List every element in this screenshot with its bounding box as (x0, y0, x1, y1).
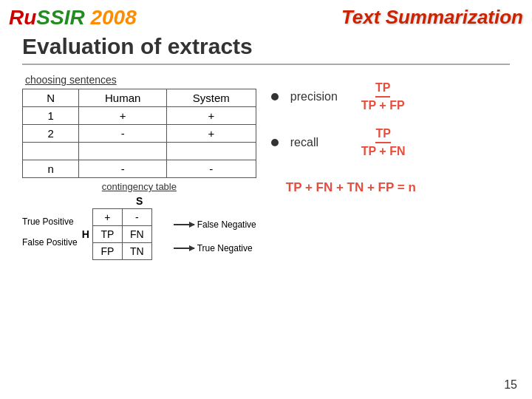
divider (22, 64, 510, 65)
col-human: Human (79, 89, 166, 107)
col-n: N (23, 89, 79, 107)
sub-col-plus: + (92, 209, 122, 226)
precision-label: precision (290, 90, 349, 103)
row2-human: - (79, 125, 166, 143)
row1-system: + (166, 107, 256, 125)
rown-human: - (79, 160, 166, 178)
row2-system: + (166, 125, 256, 143)
precision-denominator: TP + FP (361, 98, 405, 112)
precision-bullet (271, 93, 279, 100)
false-negative-label: False Negative (197, 219, 256, 230)
precision-formula: TP TP + FP (361, 81, 405, 112)
true-positive-label: True Positive (22, 211, 78, 232)
recall-denominator: TP + FN (361, 143, 406, 158)
recall-label: recall (290, 136, 349, 149)
contingency-label: contingency table (22, 181, 256, 192)
cell-fn: FN (122, 226, 151, 243)
s-label: S (110, 195, 169, 207)
cell-fp: FP (92, 243, 122, 260)
recall-formula: TP TP + FN (361, 127, 406, 158)
recall-bullet (271, 139, 279, 146)
rown-system: - (166, 160, 256, 178)
left-panel: choosing sentences N Human System 1 + + … (22, 74, 256, 260)
true-negative-row: True Negative (174, 238, 256, 259)
logo-ssir: SSIR (36, 6, 84, 29)
rowempty-human (79, 143, 166, 160)
logo-russir: RuSSIR 2008 (9, 6, 137, 30)
sub-table-wrapper: S H + - TP (82, 195, 169, 260)
h-table-row: H + - TP FN (82, 208, 169, 260)
false-positive-label: False Positive (22, 232, 78, 253)
recall-numerator: TP (375, 127, 390, 143)
sub-table: + - TP FN FP TN (92, 208, 152, 260)
logo-ru: Ru (9, 6, 36, 29)
logo-textsumm: Text Summarization (341, 6, 523, 29)
cell-tn: TN (122, 243, 151, 260)
row1-n: 1 (23, 107, 79, 125)
header: RuSSIR 2008 Text Summarization (0, 0, 532, 33)
main-content: choosing sentences N Human System 1 + + … (0, 74, 532, 260)
recall-block: recall TP TP + FN (271, 127, 510, 158)
rown-n: n (23, 160, 79, 178)
row2-n: 2 (23, 125, 79, 143)
big-formula: TP + FN + TN + FP = n (286, 180, 416, 195)
rowempty-n (23, 143, 79, 160)
contingency-section: True Positive False Positive S H (22, 195, 256, 260)
precision-block: precision TP TP + FP (271, 81, 510, 112)
row1-human: + (79, 107, 166, 125)
side-labels: True Positive False Positive (22, 195, 78, 253)
right-section: precision TP TP + FP recall TP TP + FN T… (271, 74, 510, 260)
logo-year: 2008 (90, 6, 136, 29)
arrow-labels: False Negative True Negative (174, 195, 256, 259)
choosing-sentences-label: choosing sentences (25, 74, 256, 86)
page-title: Evaluation of extracts (0, 33, 532, 64)
h-column: H (82, 214, 89, 255)
true-negative-label: True Negative (197, 243, 253, 253)
sub-col-minus: - (122, 209, 151, 226)
col-system: System (166, 89, 256, 107)
precision-numerator: TP (375, 81, 390, 98)
main-table: N Human System 1 + + 2 - + (22, 89, 256, 178)
h-label: H (82, 228, 89, 240)
cell-tp: TP (92, 226, 122, 243)
false-negative-row: False Negative (174, 214, 256, 235)
rowempty-system (166, 143, 256, 160)
s-header: S (110, 195, 169, 207)
big-formula-area: TP + FN + TN + FP = n (271, 180, 510, 195)
page-number: 15 (504, 378, 517, 392)
